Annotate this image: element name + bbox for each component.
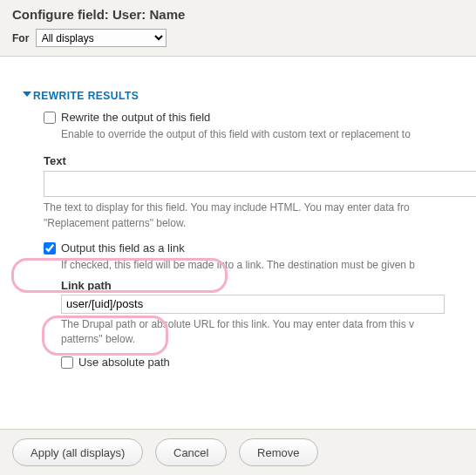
dialog-content: REWRITE RESULTS Rewrite the output of th… <box>0 57 476 381</box>
rewrite-results-legend: REWRITE RESULTS <box>33 90 139 102</box>
collapse-icon <box>23 92 31 97</box>
text-label: Text <box>44 154 452 167</box>
rewrite-output-desc: Enable to override the output of this fi… <box>61 127 452 142</box>
link-path-desc: The Drupal path or absolute URL for this… <box>61 317 452 348</box>
dialog-header: Configure field: User: Name For All disp… <box>0 0 476 57</box>
remove-button[interactable]: Remove <box>239 438 317 466</box>
displays-select[interactable]: All displays <box>36 29 167 47</box>
output-as-link-desc: If checked, this field will be made into… <box>61 258 452 273</box>
output-as-link-label: Output this field as a link <box>61 241 185 254</box>
dialog-footer: Apply (all displays) Cancel Remove <box>0 429 476 475</box>
rewrite-output-checkbox[interactable] <box>44 112 56 124</box>
dialog-title: Configure field: User: Name <box>12 7 464 22</box>
use-absolute-checkbox[interactable] <box>61 356 73 369</box>
use-absolute-label: Use absolute path <box>78 356 170 369</box>
apply-button[interactable]: Apply (all displays) <box>12 438 143 466</box>
text-desc: The text to display for this field. You … <box>44 200 452 231</box>
cancel-button[interactable]: Cancel <box>155 438 227 466</box>
rewrite-results-toggle[interactable]: REWRITE RESULTS <box>24 90 452 102</box>
output-as-link-checkbox[interactable] <box>44 242 56 254</box>
text-input[interactable] <box>44 171 476 197</box>
for-label: For <box>12 32 29 44</box>
link-path-label: Link path <box>61 279 452 292</box>
link-path-input[interactable] <box>61 295 445 314</box>
rewrite-output-label: Rewrite the output of this field <box>61 111 210 124</box>
for-row: For All displays <box>12 29 464 47</box>
